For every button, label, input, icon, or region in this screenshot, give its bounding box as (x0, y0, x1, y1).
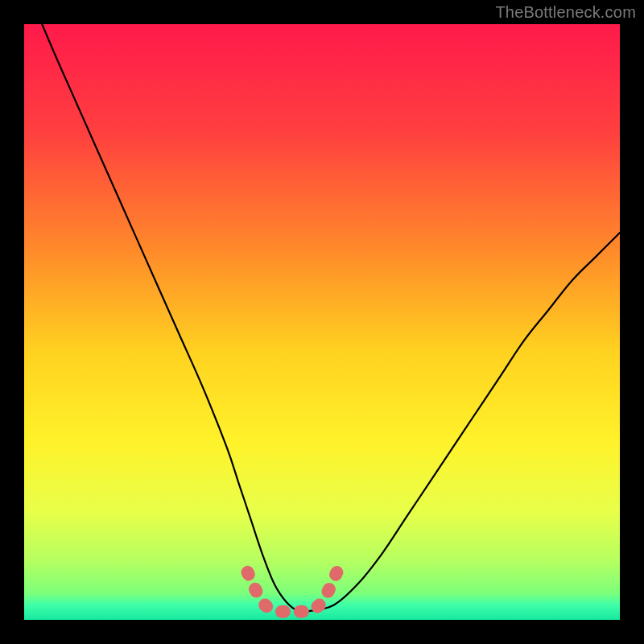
bottleneck-chart (0, 0, 644, 644)
watermark-text: TheBottleneck.com (495, 3, 636, 22)
chart-frame: TheBottleneck.com (0, 0, 644, 644)
gradient-background (24, 24, 620, 620)
